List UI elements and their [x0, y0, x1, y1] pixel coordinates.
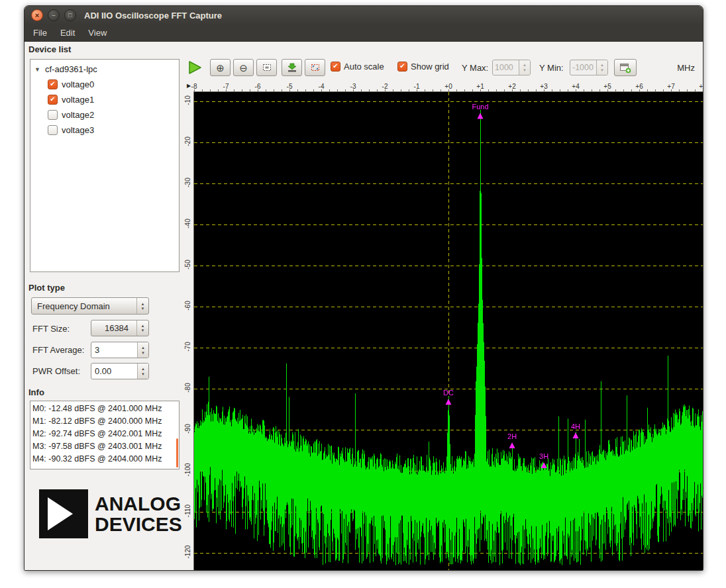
pwr-offset-label: PWR Offset: [32, 366, 80, 376]
x-tick-label: +1 [476, 83, 484, 90]
main-content: Device list ▼ cf-ad9361-lpc ✔ voltage0 ✔… [25, 42, 703, 570]
window-title: ADI IIO Oscilloscope FFT Capture [84, 11, 222, 21]
channel-row-voltage1[interactable]: ✔ voltage1 [30, 92, 179, 107]
x-tick-label: -3 [350, 83, 356, 90]
marker-info-box: M0: -12.48 dBFS @ 2401.000 MHz M1: -82.1… [30, 401, 180, 469]
x-tick-label: +5 [603, 83, 611, 90]
checkbox-box: ✔ [331, 62, 340, 72]
menu-file[interactable]: File [27, 26, 53, 40]
fft-plot[interactable] [194, 92, 703, 570]
plot-panel: ⊕ ⊖ [181, 42, 703, 570]
fullscreen-button[interactable] [305, 59, 325, 76]
x-tick-label: +8 [699, 83, 703, 90]
zoom-out-button[interactable]: ⊖ [233, 59, 254, 76]
y-tick-label: -80 [184, 377, 191, 399]
channel-label[interactable]: voltage1 [62, 95, 94, 105]
channel-label[interactable]: voltage0 [62, 79, 94, 89]
new-plot-button[interactable] [614, 59, 637, 76]
fft-size-select[interactable]: 16384 ▲▼ [91, 320, 149, 336]
check-icon: ✔ [399, 63, 405, 70]
frequency-unit-label: MHz [677, 63, 695, 73]
close-button[interactable]: × [31, 9, 43, 21]
x-tick-label: -1 [414, 83, 420, 90]
y-tick-label: -70 [184, 336, 191, 358]
device-tree-root[interactable]: ▼ cf-ad9361-lpc [30, 62, 179, 77]
y-min-label: Y Min: [539, 63, 564, 73]
show-grid-checkbox[interactable]: ✔ Show grid [397, 62, 449, 72]
zoom-in-icon: ⊕ [216, 63, 225, 73]
x-tick-label: -8 [191, 83, 197, 90]
maximize-button[interactable]: □ [64, 9, 76, 21]
y-tick-label: -110 [184, 500, 191, 522]
zoom-in-button[interactable]: ⊕ [210, 59, 231, 76]
channel-label[interactable]: voltage2 [62, 110, 94, 120]
x-tick-label: -5 [287, 83, 293, 90]
new-plot-icon [619, 62, 631, 74]
y-tick-label: -50 [184, 254, 191, 276]
channel-row-voltage0[interactable]: ✔ voltage0 [30, 77, 179, 92]
fft-average-stepper[interactable]: ▲▼ [91, 342, 149, 358]
adi-logo: ANALOG DEVICES [39, 489, 182, 538]
stepper-arrows-icon: ▲▼ [596, 60, 607, 75]
check-icon: ✔ [50, 81, 55, 87]
auto-scale-checkbox[interactable]: ✔ Auto scale [331, 62, 384, 72]
y-max-label: Y Max: [462, 63, 488, 73]
x-tick-label: +7 [667, 83, 674, 90]
combo-arrows-icon: ▲▼ [136, 298, 148, 314]
voltage3-checkbox[interactable]: ✔ [48, 125, 58, 135]
menu-edit[interactable]: Edit [54, 26, 81, 40]
stepper-arrows-icon[interactable]: ▲▼ [137, 364, 148, 379]
y-tick-label: -20 [184, 130, 191, 153]
x-tick-label: +2 [508, 83, 515, 90]
capture-arrow-icon [287, 62, 297, 73]
stepper-arrows-icon[interactable]: ▲▼ [137, 342, 148, 358]
plot-toolbar: ⊕ ⊖ [181, 58, 703, 77]
y-tick-label: -90 [184, 418, 191, 440]
adi-triangle-icon [39, 489, 88, 538]
menu-view[interactable]: View [82, 26, 113, 40]
y-tick-label: -100 [184, 459, 191, 481]
device-name: cf-ad9361-lpc [45, 64, 97, 74]
scrollbar-thumb[interactable] [176, 438, 178, 467]
x-tick-label: -6 [255, 83, 261, 90]
app-window: × – □ ADI IIO Oscilloscope FFT Capture F… [24, 5, 703, 571]
save-capture-button[interactable] [282, 59, 302, 76]
device-tree: ▼ cf-ad9361-lpc ✔ voltage0 ✔ voltage1 ✔ … [30, 59, 180, 272]
info-label: Info [28, 387, 44, 397]
titlebar[interactable]: × – □ ADI IIO Oscilloscope FFT Capture [25, 6, 703, 24]
fft-size-value: 16384 [97, 323, 136, 333]
device-list-label: Device list [28, 44, 71, 54]
show-grid-label: Show grid [411, 62, 449, 72]
y-tick-label: -10 [184, 89, 191, 112]
channel-label[interactable]: voltage3 [62, 125, 94, 135]
checkbox-box: ✔ [397, 62, 407, 72]
x-axis: -8-7-6-5-4-3-2-1+0+1+2+3+4+5+6+7+8 [194, 80, 703, 92]
plot-type-select[interactable]: Frequency Domain ▲▼ [31, 297, 149, 315]
zoom-fit-button[interactable] [256, 59, 277, 76]
channel-row-voltage3[interactable]: ✔ voltage3 [30, 122, 179, 138]
check-icon: ✔ [50, 96, 55, 103]
y-max-field[interactable]: ▲▼ [492, 60, 531, 75]
logo-line: DEVICES [95, 514, 182, 534]
expander-icon[interactable]: ▼ [34, 66, 41, 73]
voltage1-checkbox[interactable]: ✔ [48, 95, 58, 105]
y-min-field[interactable]: ▲▼ [570, 60, 608, 75]
x-tick-label: +6 [635, 83, 643, 90]
y-tick-label: -60 [184, 295, 191, 317]
minimize-button[interactable]: – [48, 9, 60, 21]
marker-info-line: M2: -92.74 dBFS @ 2402.001 MHz [32, 428, 179, 440]
voltage0-checkbox[interactable]: ✔ [48, 79, 58, 89]
fft-average-input[interactable] [91, 342, 137, 358]
y-max-input[interactable] [493, 60, 519, 75]
pwr-offset-stepper[interactable]: ▲▼ [91, 363, 149, 379]
menubar: File Edit View [25, 24, 703, 42]
play-icon [187, 60, 203, 75]
pwr-offset-input[interactable] [91, 364, 137, 379]
channel-row-voltage2[interactable]: ✔ voltage2 [30, 107, 179, 122]
x-tick-label: -2 [382, 83, 388, 90]
capture-play-button[interactable] [185, 59, 205, 76]
y-min-input[interactable] [570, 60, 596, 75]
voltage2-checkbox[interactable]: ✔ [48, 110, 58, 120]
marker-info-line: M1: -82.12 dBFS @ 2400.000 MHz [32, 415, 179, 428]
x-tick-label: +3 [540, 83, 547, 90]
